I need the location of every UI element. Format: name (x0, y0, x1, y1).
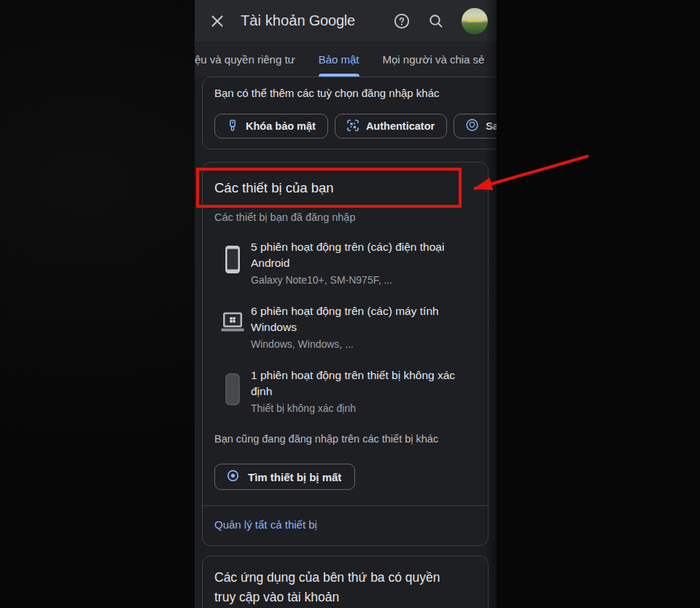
shield-icon (466, 119, 478, 133)
unknown-device-icon (214, 367, 251, 416)
security-content: Bạn có thể thêm các tuỳ chọn đăng nhập k… (195, 77, 497, 608)
signin-options-card: Bạn có thể thêm các tuỳ chọn đăng nhập k… (202, 77, 497, 149)
backup-codes-button[interactable]: Sao (454, 114, 497, 139)
help-icon[interactable] (393, 12, 411, 30)
find-lost-device-label: Tìm thiết bị bị mất (248, 471, 341, 483)
page-title: Tài khoảnGoogle (241, 12, 355, 29)
security-key-button[interactable]: Khóa bảo mật (214, 114, 328, 139)
desktop-background: Tài khoảnGoogle (0, 0, 700, 608)
third-party-apps-card: Các ứng dụng của bên thứ ba có quyền tru… (202, 556, 489, 608)
device-row-android[interactable]: 5 phiên hoạt động trên (các) điện thoại … (214, 239, 476, 287)
tab-label: ệu và quyền riêng tư (195, 53, 295, 66)
device-title: 6 phiên hoạt động trên (các) máy tính Wi… (251, 303, 473, 335)
tab-label: Mọi người và chia sẻ (383, 53, 485, 66)
tab-security[interactable]: Bảo mật (319, 42, 359, 77)
your-devices-card: Các thiết bị của bạn Các thiết bị bạn đã… (202, 162, 489, 546)
topbar-actions (393, 8, 488, 34)
device-text: 1 phiên hoạt động trên thiết bị không xá… (251, 367, 473, 416)
tab-data-privacy[interactable]: ệu và quyền riêng tư (195, 42, 295, 77)
device-title: 5 phiên hoạt động trên (các) điện thoại … (251, 239, 473, 271)
device-subtitle: Windows, Windows, ... (251, 338, 473, 351)
devices-card-title: Các thiết bị của bạn (214, 179, 476, 198)
device-subtitle: Thiết bị không xác định (251, 402, 473, 416)
chip-label: Khóa bảo mật (246, 120, 316, 132)
chip-label: Sao (486, 120, 497, 132)
close-icon[interactable] (208, 12, 227, 31)
manage-link-row: Quản lý tất cả thiết bị (214, 506, 476, 545)
avatar[interactable] (462, 8, 488, 34)
security-key-icon (227, 120, 238, 133)
device-list: 5 phiên hoạt động trên (các) điện thoại … (214, 239, 476, 416)
tab-bar: ệu và quyền riêng tư Bảo mật Mọi người v… (195, 42, 497, 77)
manage-all-devices-link[interactable]: Quản lý tất cả thiết bị (214, 518, 317, 531)
chip-label: Authenticator (366, 120, 435, 132)
locate-icon (226, 469, 240, 485)
find-lost-device-button[interactable]: Tìm thiết bị bị mất (214, 464, 355, 490)
page-title-brand: Google (309, 12, 355, 28)
tab-label: Bảo mật (319, 53, 359, 66)
page-title-account: Tài khoản (241, 12, 306, 28)
search-icon[interactable] (427, 12, 445, 30)
tab-people-sharing[interactable]: Mọi người và chia sẻ (383, 42, 485, 77)
third-party-apps-title: Các ứng dụng của bên thứ ba có quyền tru… (214, 568, 462, 607)
device-subtitle: Galaxy Note10+, SM-N975F, ... (251, 273, 473, 287)
device-text: 6 phiên hoạt động trên (các) máy tính Wi… (251, 303, 473, 351)
devices-card-subtitle: Các thiết bị bạn đã đăng nhập (214, 210, 476, 225)
top-app-bar: Tài khoảnGoogle (195, 0, 497, 42)
signin-options-description: Bạn có thể thêm các tuỳ chọn đăng nhập k… (214, 86, 497, 101)
windows-computer-icon (214, 303, 251, 351)
qr-scan-icon (347, 120, 359, 133)
google-account-panel: Tài khoảnGoogle (195, 0, 497, 608)
signin-options-chip-row: Khóa bảo mật (214, 114, 497, 139)
authenticator-button[interactable]: Authenticator (335, 114, 447, 139)
device-title: 1 phiên hoạt động trên thiết bị không xá… (251, 367, 473, 400)
device-row-unknown[interactable]: 1 phiên hoạt động trên thiết bị không xá… (214, 367, 476, 416)
device-text: 5 phiên hoạt động trên (các) điện thoại … (251, 239, 473, 287)
android-phone-icon (214, 239, 251, 287)
other-devices-note: Bạn cũng đang đăng nhập trên các thiết b… (214, 432, 476, 446)
device-row-windows[interactable]: 6 phiên hoạt động trên (các) máy tính Wi… (214, 303, 476, 351)
